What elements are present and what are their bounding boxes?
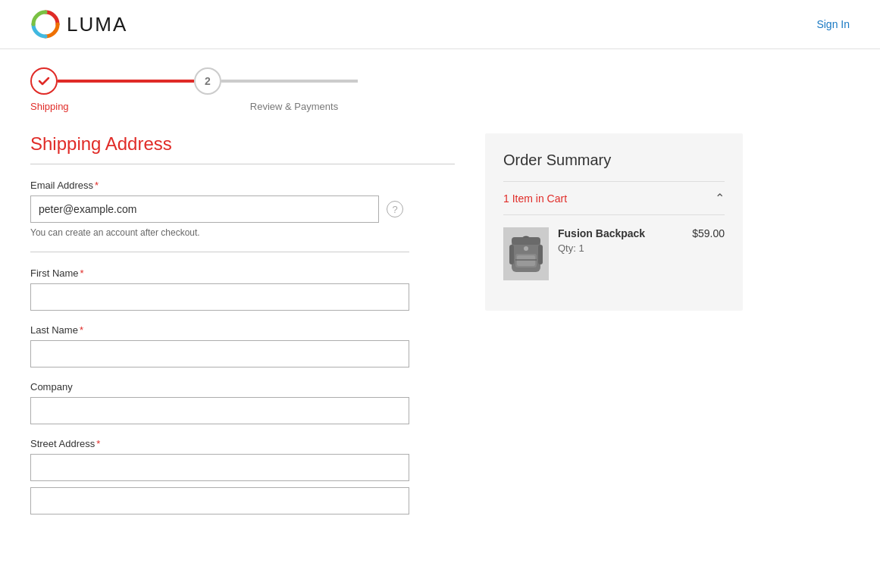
order-summary-section: Order Summary 1 Item in Cart ⌃	[485, 133, 743, 311]
step-line-1	[58, 80, 194, 83]
step-2-label: Review & Payments	[249, 101, 340, 112]
backpack-image-svg	[506, 230, 546, 278]
svg-rect-6	[538, 245, 543, 264]
steps-labels: Shipping Review & Payments	[30, 101, 340, 112]
required-star-last-name: *	[80, 324, 83, 336]
checkout-progress: 2 Shipping Review & Payments	[0, 49, 880, 118]
chevron-up-icon: ⌃	[715, 191, 725, 205]
street-address-input-1[interactable]	[30, 454, 409, 481]
email-separator	[30, 252, 409, 252]
step-2-circle: 2	[194, 67, 221, 95]
steps-track: 2	[30, 67, 358, 95]
order-summary-box: Order Summary 1 Item in Cart ⌃	[485, 133, 743, 311]
step-line-2	[221, 80, 358, 83]
last-name-label: Last Name*	[30, 324, 455, 336]
email-field-group: Email Address* ? You can create an accou…	[30, 180, 455, 238]
street-address-input-2[interactable]	[30, 487, 409, 514]
first-name-field-group: First Name*	[30, 267, 455, 311]
luma-logo-icon	[30, 9, 61, 39]
order-summary-title: Order Summary	[503, 152, 725, 169]
sign-in-link[interactable]: Sign In	[816, 18, 850, 30]
logo-text: LUMA	[67, 13, 127, 36]
logo-area: LUMA	[30, 9, 127, 39]
step-1-circle	[30, 67, 58, 95]
last-name-field-group: Last Name*	[30, 324, 455, 368]
cart-item-qty: Qty: 1	[558, 242, 725, 254]
site-header: LUMA Sign In	[0, 0, 880, 49]
cart-item-image	[503, 227, 549, 280]
email-label: Email Address*	[30, 180, 455, 191]
title-divider	[30, 164, 455, 164]
cart-item-price: $59.00	[692, 227, 725, 239]
svg-rect-7	[512, 237, 540, 245]
required-star-first-name: *	[80, 267, 84, 279]
company-input[interactable]	[30, 397, 409, 424]
shipping-form-section: Shipping Address Email Address* ? You ca…	[30, 133, 455, 528]
main-content: Shipping Address Email Address* ? You ca…	[0, 118, 880, 543]
svg-point-8	[524, 246, 528, 251]
required-star-street: *	[96, 438, 100, 449]
last-name-input[interactable]	[30, 340, 409, 368]
email-input[interactable]	[30, 195, 379, 223]
page-title: Shipping Address	[30, 133, 455, 155]
email-help-icon[interactable]: ?	[387, 201, 403, 217]
first-name-input[interactable]	[30, 283, 409, 311]
street-address-field-group: Street Address*	[30, 438, 455, 514]
checkmark-icon	[37, 74, 51, 88]
required-star-email: *	[95, 180, 99, 191]
company-label: Company	[30, 381, 455, 393]
cart-count-label: 1 Item in Cart	[503, 192, 567, 205]
svg-rect-5	[509, 245, 514, 264]
cart-toggle[interactable]: 1 Item in Cart ⌃	[503, 181, 725, 215]
company-field-group: Company	[30, 381, 455, 424]
cart-items-list: Fusion Backpack $59.00 Qty: 1	[503, 215, 725, 292]
email-input-row: ?	[30, 195, 455, 223]
step-1-label: Shipping	[30, 101, 58, 112]
cart-item-details: Fusion Backpack $59.00 Qty: 1	[558, 227, 725, 254]
first-name-label: First Name*	[30, 267, 455, 279]
cart-item: Fusion Backpack $59.00 Qty: 1	[503, 227, 725, 280]
create-account-note: You can create an account after checkout…	[30, 227, 455, 238]
svg-rect-3	[517, 255, 535, 266]
street-address-label: Street Address*	[30, 438, 455, 449]
